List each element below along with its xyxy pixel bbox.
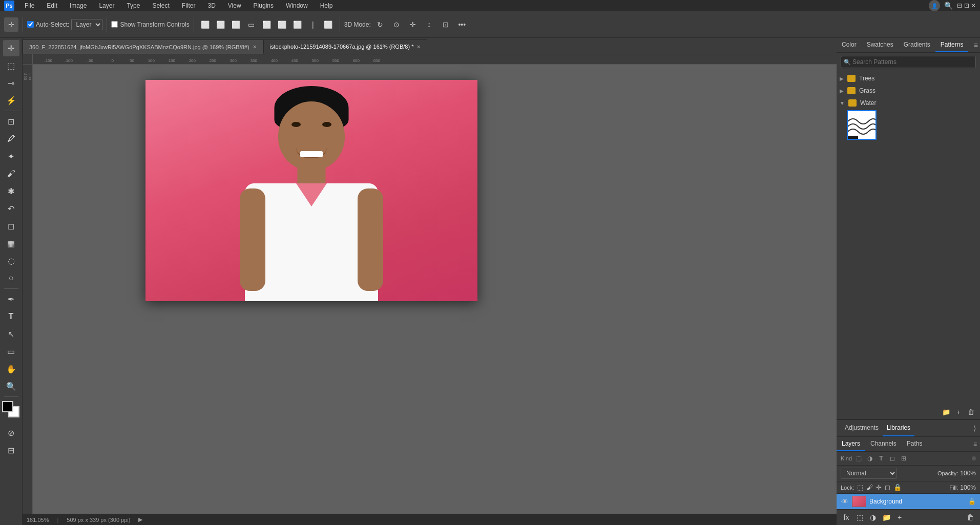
tab-channels[interactable]: Channels	[865, 437, 902, 451]
lock-image[interactable]: 🖌	[866, 484, 873, 491]
align-center-v[interactable]: ⬜	[275, 17, 289, 32]
hand-tool[interactable]: ✋	[3, 361, 19, 377]
filter-pixel[interactable]: ⬚	[854, 454, 863, 463]
window-controls[interactable]: ⊟ ⊡ ✕	[957, 2, 976, 9]
3d-slide[interactable]: ↕	[422, 17, 436, 32]
filter-toggle[interactable]	[972, 456, 976, 460]
filter-adjustment[interactable]: ◑	[865, 454, 874, 463]
clone-tool[interactable]: ✱	[3, 183, 19, 199]
tab-1-close[interactable]: ✕	[253, 44, 257, 50]
new-fill-button[interactable]: ◑	[867, 512, 879, 523]
filter-type[interactable]: T	[877, 454, 886, 463]
menu-file[interactable]: File	[23, 1, 36, 10]
tab-1[interactable]: 360_F_222851624_jfoMGbJxwRi5AWGdPgXKSABM…	[23, 39, 263, 54]
tab-gradients[interactable]: Gradients	[899, 38, 935, 52]
menu-filter[interactable]: Filter	[180, 1, 198, 10]
layer-dropdown[interactable]: Layer	[71, 19, 102, 30]
tab-swatches[interactable]: Swatches	[862, 38, 899, 52]
trees-group-header[interactable]: ▶ Trees	[839, 73, 978, 83]
menu-plugins[interactable]: Plugins	[252, 1, 276, 10]
more-options[interactable]: •••	[455, 17, 469, 32]
libraries-tab[interactable]: Libraries	[883, 420, 914, 436]
fx-button[interactable]: fx	[841, 512, 852, 523]
healing-tool[interactable]: ✦	[3, 148, 19, 164]
align-left[interactable]: ⬜	[198, 17, 213, 32]
menu-type[interactable]: Type	[124, 1, 142, 10]
filter-shape[interactable]: ◻	[888, 454, 897, 463]
fg-color-box[interactable]	[2, 401, 13, 412]
3d-roll[interactable]: ⊙	[389, 17, 404, 32]
lock-position[interactable]: ✛	[876, 484, 882, 491]
lock-artboard[interactable]: ◻	[885, 484, 890, 491]
tab-2[interactable]: istockphoto-1215914089-170667a.jpg @ 161…	[263, 39, 428, 54]
tab-2-close[interactable]: ✕	[416, 44, 421, 50]
history-brush-tool[interactable]: ↶	[3, 200, 19, 217]
align-center-h[interactable]: ⬜	[214, 17, 228, 32]
dodge-tool[interactable]: ○	[3, 270, 19, 286]
gradient-tool[interactable]: ▦	[3, 235, 19, 251]
menu-window[interactable]: Window	[284, 1, 310, 10]
panel-collapse[interactable]: ≡	[974, 38, 980, 52]
lasso-tool[interactable]: ⊸	[3, 75, 19, 91]
adj-collapse[interactable]: ⟩	[973, 420, 976, 436]
layer-visibility[interactable]: 👁	[841, 497, 849, 506]
menu-image[interactable]: Image	[68, 1, 89, 10]
align-top[interactable]: ⬜	[260, 17, 274, 32]
lock-all[interactable]: 🔒	[893, 484, 902, 491]
align-bar2[interactable]: |	[306, 17, 320, 32]
adjustments-tab[interactable]: Adjustments	[841, 420, 883, 436]
menu-3d[interactable]: 3D	[205, 1, 217, 10]
text-tool[interactable]: T	[3, 308, 19, 325]
move-tool[interactable]: ✛	[4, 17, 18, 32]
shape-tool[interactable]: ▭	[3, 343, 19, 360]
delete-layer-button[interactable]: 🗑	[965, 512, 976, 523]
transform-checkbox[interactable]	[111, 21, 118, 28]
screen-mode-tool[interactable]: ⊟	[3, 442, 19, 458]
canvas-body[interactable]	[33, 65, 837, 514]
blend-mode-select[interactable]: Normal	[841, 468, 897, 479]
tab-patterns[interactable]: Patterns	[935, 38, 969, 52]
delete-pattern-btn[interactable]: 🗑	[966, 407, 976, 417]
auto-select-checkbox[interactable]	[27, 21, 34, 28]
new-folder-btn[interactable]: 📁	[941, 407, 951, 417]
fill-value[interactable]: 100%	[960, 484, 976, 491]
layers-panel-menu[interactable]: ≡	[973, 440, 980, 448]
blur-tool[interactable]: ◌	[3, 253, 19, 269]
align-bar[interactable]: ▭	[244, 17, 259, 32]
water-group-header[interactable]: ▼ Water	[839, 98, 978, 108]
distribute-v[interactable]: ⬜	[321, 17, 336, 32]
align-bottom[interactable]: ⬜	[290, 17, 305, 32]
eraser-tool[interactable]: ◻	[3, 218, 19, 234]
new-pattern-btn[interactable]: +	[953, 407, 964, 417]
3d-pan[interactable]: ✛	[406, 17, 420, 32]
add-mask-button[interactable]: ⬚	[854, 512, 865, 523]
search-input[interactable]	[841, 56, 976, 68]
align-right[interactable]: ⬜	[229, 17, 243, 32]
filter-smart[interactable]: ⊞	[899, 454, 908, 463]
menu-layer[interactable]: Layer	[97, 1, 116, 10]
brush-tool[interactable]: 🖌	[3, 165, 19, 182]
new-group-button[interactable]: 📁	[881, 512, 892, 523]
menu-view[interactable]: View	[226, 1, 243, 10]
search-button[interactable]: 🔍	[944, 2, 953, 10]
rect-select-tool[interactable]: ⬚	[3, 57, 19, 74]
3d-rotate[interactable]: ↻	[373, 17, 387, 32]
tab-color[interactable]: Color	[837, 38, 862, 52]
user-avatar[interactable]: 👤	[929, 0, 940, 11]
path-select-tool[interactable]: ↖	[3, 326, 19, 342]
water-pattern-item[interactable]	[847, 110, 877, 140]
color-boxes[interactable]	[2, 401, 20, 419]
3d-scale[interactable]: ⊡	[439, 17, 453, 32]
tab-layers[interactable]: Layers	[837, 437, 865, 451]
opacity-value[interactable]: 100%	[960, 470, 976, 477]
crop-tool[interactable]: ⊡	[3, 113, 19, 130]
new-layer-button[interactable]: +	[894, 512, 905, 523]
lock-transparent[interactable]: ⬚	[857, 484, 863, 491]
menu-help[interactable]: Help	[318, 1, 335, 10]
layer-row-background[interactable]: 👁 Background 🔒	[837, 494, 980, 509]
menu-select[interactable]: Select	[150, 1, 171, 10]
menu-edit[interactable]: Edit	[45, 1, 59, 10]
zoom-tool[interactable]: 🔍	[3, 378, 19, 394]
magic-wand-tool[interactable]: ⚡	[3, 92, 19, 109]
move-tool-left[interactable]: ✛	[3, 40, 19, 56]
